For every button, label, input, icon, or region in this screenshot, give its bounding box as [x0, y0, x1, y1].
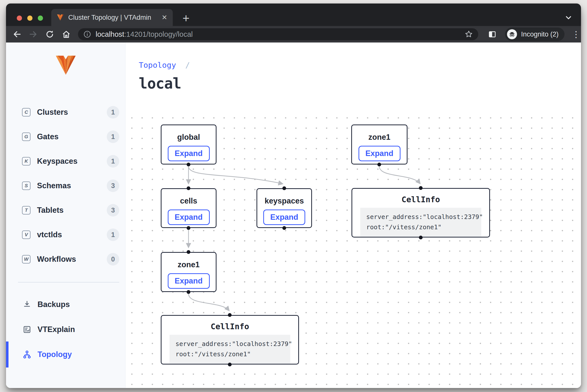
connection-dot [282, 186, 286, 190]
sidebar-item-tablets[interactable]: T Tablets 3 [6, 198, 125, 222]
connection-dot [187, 186, 190, 190]
connection-dot [187, 163, 190, 166]
site-info-icon[interactable] [83, 30, 92, 38]
url-text: localhost:14201/topology/local [96, 30, 464, 38]
sidebar-item-workflows[interactable]: W Workflows 0 [6, 247, 125, 272]
topology-node-keyspaces: keyspaces Expand [256, 188, 312, 228]
connection-dot [419, 186, 423, 190]
topology-icon [22, 350, 32, 359]
sidebar-item-vtctlds[interactable]: V vtctlds 1 [6, 222, 125, 247]
topology-node-zone1-right: zone1 Expand [351, 124, 408, 164]
breadcrumb: Topology / [139, 60, 190, 70]
connection-dot [187, 290, 190, 294]
sidebar-item-clusters[interactable]: C Clusters 1 [6, 100, 125, 124]
sidebar-divider [18, 282, 119, 282]
code-line: root:"/vitess/zone1" [366, 222, 475, 232]
tab-search-chevron-icon[interactable] [563, 12, 574, 23]
topology-node-cells: cells Expand [161, 188, 216, 228]
backups-download-icon [22, 300, 32, 309]
bookmark-star-icon[interactable] [464, 30, 473, 39]
code-line: server_address:"localhost:2379" [176, 339, 284, 349]
sidebar: C Clusters 1 G Gates 1 K Keyspaces 1 S S… [6, 42, 126, 388]
edge-zone1-cellinfo-bottom [188, 294, 229, 310]
browser-window: Cluster Topology | VTAdmin ✕ + localh [6, 4, 581, 388]
address-bar[interactable]: localhost:14201/topology/local [78, 28, 478, 40]
topology-canvas[interactable]: global Expand zone1 Expand cells Expand … [126, 110, 581, 388]
expand-button-zone1-right[interactable]: Expand [358, 146, 400, 161]
url-host: localhost [96, 30, 124, 38]
connection-dot [187, 250, 190, 254]
topology-node-cellinfo-right: CellInfo server_address:"localhost:2379"… [352, 188, 490, 238]
edge-zone1-cellinfo-right [379, 166, 420, 184]
breadcrumb-separator: / [185, 60, 190, 70]
new-tab-button[interactable]: + [179, 11, 193, 25]
window-controls [17, 16, 43, 21]
sidebar-item-vtexplain[interactable]: VTExplain [6, 317, 125, 342]
incognito-label: Incognito (2) [521, 30, 558, 38]
browser-toolbar: localhost:14201/topology/local Incognito… [6, 26, 581, 42]
connection-dot [378, 163, 381, 166]
active-indicator [6, 342, 8, 368]
sidebar-nav: C Clusters 1 G Gates 1 K Keyspaces 1 S S… [6, 100, 125, 272]
gates-icon: G [22, 132, 30, 141]
count-badge: 1 [107, 106, 119, 118]
keyspaces-icon: K [22, 157, 30, 166]
vtadmin-app: C Clusters 1 G Gates 1 K Keyspaces 1 S S… [6, 42, 581, 388]
count-badge: 3 [107, 180, 119, 192]
maximize-window-button[interactable] [38, 16, 43, 21]
side-panel-icon[interactable] [487, 28, 498, 40]
browser-menu-icon[interactable]: ⋮ [571, 29, 581, 39]
connection-dot [228, 313, 232, 317]
schemas-icon: S [22, 182, 30, 190]
tablets-icon: T [22, 206, 30, 214]
edge-global-keyspaces [188, 166, 282, 184]
workflows-icon: W [22, 255, 30, 264]
vtexplain-list-check-icon [22, 325, 32, 334]
tab-close-icon[interactable]: ✕ [162, 14, 167, 22]
sidebar-item-gates[interactable]: G Gates 1 [6, 124, 125, 149]
connection-dot [228, 363, 232, 366]
back-button[interactable] [10, 28, 24, 41]
sidebar-item-backups[interactable]: Backups [6, 292, 125, 317]
code-line: server_address:"localhost:2379" [366, 212, 475, 222]
expand-button-keyspaces[interactable]: Expand [263, 210, 305, 225]
vitess-favicon-icon [57, 14, 64, 21]
expand-button-global[interactable]: Expand [168, 146, 210, 161]
count-badge: 1 [107, 130, 119, 143]
clusters-icon: C [22, 108, 30, 116]
page-title: local [139, 75, 190, 92]
topology-node-zone1: zone1 Expand [161, 252, 216, 292]
cellinfo-code: server_address:"localhost:2379" root:"/v… [170, 335, 290, 364]
sidebar-item-keyspaces[interactable]: K Keyspaces 1 [6, 149, 125, 174]
main-content: Topology / local [126, 42, 581, 388]
count-badge: 3 [107, 204, 119, 216]
reload-button[interactable] [43, 28, 56, 41]
forward-button[interactable] [27, 28, 40, 41]
page-header: Topology / local [139, 60, 190, 92]
breadcrumb-topology-link[interactable]: Topology [139, 60, 176, 70]
incognito-badge[interactable]: Incognito (2) [505, 28, 564, 41]
code-line: root:"/vitess/zone1" [176, 349, 284, 359]
close-window-button[interactable] [17, 16, 22, 21]
topology-node-global: global Expand [161, 124, 216, 164]
topology-node-cellinfo-bottom: CellInfo server_address:"localhost:2379"… [161, 315, 299, 364]
expand-button-cells[interactable]: Expand [168, 210, 210, 225]
count-badge: 0 [107, 253, 119, 266]
vtctlds-icon: V [22, 230, 30, 239]
vitess-logo [55, 56, 77, 75]
sidebar-item-schemas[interactable]: S Schemas 3 [6, 174, 125, 198]
minimize-window-button[interactable] [27, 16, 32, 21]
tab-strip: Cluster Topology | VTAdmin ✕ + [6, 4, 581, 26]
browser-tab[interactable]: Cluster Topology | VTAdmin ✕ [51, 9, 173, 26]
cellinfo-code: server_address:"localhost:2379" root:"/v… [360, 208, 481, 236]
count-badge: 1 [107, 155, 119, 168]
count-badge: 1 [107, 228, 119, 241]
home-button[interactable] [60, 28, 73, 41]
incognito-icon [507, 29, 517, 39]
expand-button-zone1[interactable]: Expand [168, 273, 210, 289]
sidebar-item-topology[interactable]: Topology [6, 342, 125, 367]
connection-dot [187, 226, 190, 230]
url-path: :14201/topology/local [124, 30, 193, 38]
connection-dot [419, 236, 423, 240]
connection-dot [282, 226, 286, 230]
